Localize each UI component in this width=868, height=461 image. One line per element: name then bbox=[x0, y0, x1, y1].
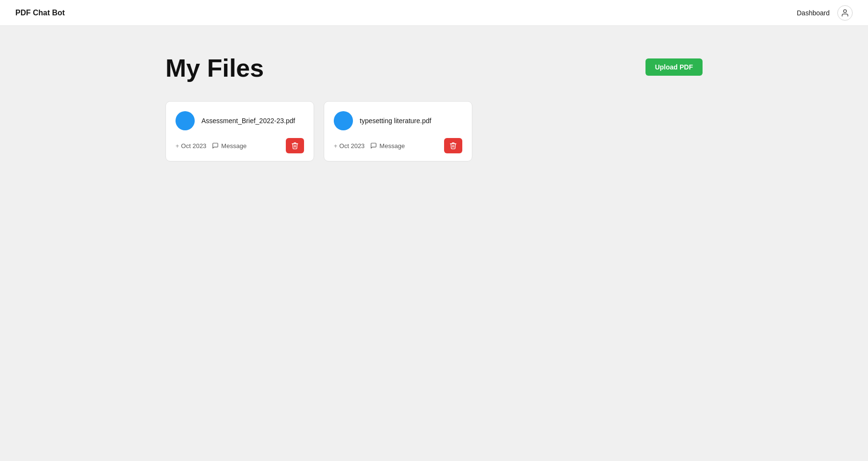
file-date: + Oct 2023 bbox=[334, 142, 364, 150]
page-title: My Files bbox=[165, 55, 264, 82]
file-name: Assessment_Brief_2022-23.pdf bbox=[201, 117, 295, 125]
message-button[interactable]: Message bbox=[212, 142, 246, 150]
file-date-text: Oct 2023 bbox=[340, 142, 365, 150]
user-avatar-button[interactable] bbox=[837, 5, 853, 21]
file-card-bottom: + Oct 2023 Message bbox=[334, 138, 462, 153]
navbar: PDF Chat Bot Dashboard bbox=[0, 0, 868, 26]
message-button[interactable]: Message bbox=[370, 142, 405, 150]
files-grid: Assessment_Brief_2022-23.pdf + Oct 2023 … bbox=[165, 101, 703, 161]
trash-icon bbox=[449, 142, 457, 150]
file-date-text: Oct 2023 bbox=[181, 142, 207, 150]
file-card-top: Assessment_Brief_2022-23.pdf bbox=[176, 111, 304, 130]
plus-icon: + bbox=[334, 142, 338, 150]
delete-button[interactable] bbox=[286, 138, 304, 153]
person-icon bbox=[841, 9, 849, 17]
main-content: My Files Upload PDF Assessment_Brief_202… bbox=[146, 26, 722, 181]
file-date: + Oct 2023 bbox=[176, 142, 206, 150]
page-header: My Files Upload PDF bbox=[165, 55, 703, 82]
file-card: Assessment_Brief_2022-23.pdf + Oct 2023 … bbox=[165, 101, 314, 161]
file-card: typesetting literature.pdf + Oct 2023 Me… bbox=[324, 101, 472, 161]
file-card-top: typesetting literature.pdf bbox=[334, 111, 462, 130]
file-name: typesetting literature.pdf bbox=[360, 117, 431, 125]
trash-icon bbox=[291, 142, 299, 150]
svg-point-0 bbox=[844, 10, 846, 12]
dashboard-link[interactable]: Dashboard bbox=[797, 9, 830, 17]
delete-button[interactable] bbox=[444, 138, 462, 153]
navbar-right: Dashboard bbox=[797, 5, 853, 21]
upload-pdf-button[interactable]: Upload PDF bbox=[645, 58, 703, 76]
chat-icon bbox=[212, 142, 219, 149]
file-icon-circle bbox=[176, 111, 195, 130]
file-card-bottom: + Oct 2023 Message bbox=[176, 138, 304, 153]
file-icon-circle bbox=[334, 111, 353, 130]
app-brand: PDF Chat Bot bbox=[15, 9, 65, 17]
chat-icon bbox=[370, 142, 377, 149]
message-label: Message bbox=[379, 142, 405, 150]
plus-icon: + bbox=[176, 142, 179, 150]
message-label: Message bbox=[221, 142, 246, 150]
